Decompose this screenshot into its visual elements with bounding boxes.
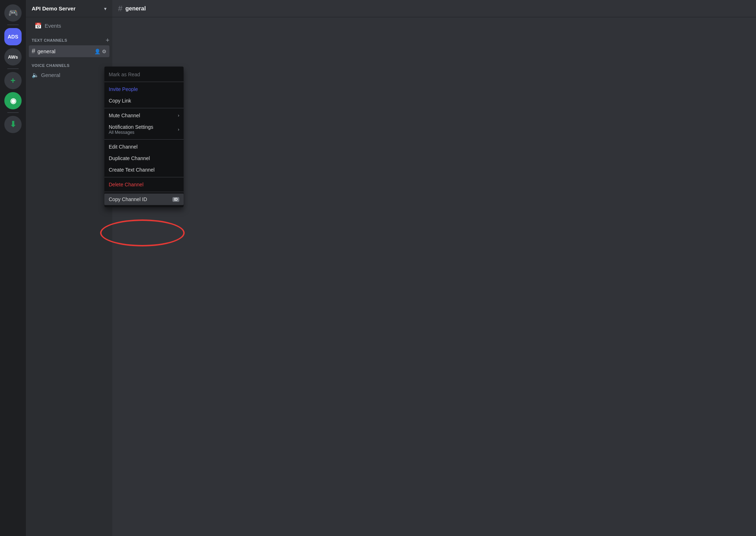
server-header-chevron-icon: ▾	[104, 6, 107, 12]
events-calendar-icon: 📅	[35, 22, 42, 29]
context-menu-divider-1	[104, 82, 184, 82]
server-icon-aws-label: AWs	[8, 54, 18, 60]
context-menu-item-edit-channel[interactable]: Edit Channel	[104, 141, 184, 153]
context-menu-divider-5	[104, 192, 184, 192]
invite-people-label: Invite People	[109, 86, 138, 92]
channel-sidebar: API Demo Server ▾ 📅 Events TEXT CHANNELS…	[26, 0, 112, 536]
context-menu-item-mute-channel[interactable]: Mute Channel ›	[104, 110, 184, 121]
sidebar-divider-3	[7, 112, 19, 113]
context-menu-item-mark-read[interactable]: Mark as Read	[104, 69, 184, 80]
voice-channel-name-general: General	[41, 72, 60, 78]
add-member-icon[interactable]: 👤	[94, 49, 100, 54]
notification-settings-chevron-icon: ›	[178, 127, 179, 132]
context-menu-item-create-text-channel[interactable]: Create Text Channel	[104, 164, 184, 176]
create-text-channel-label: Create Text Channel	[109, 167, 154, 173]
voice-channels-category[interactable]: VOICE CHANNELS	[26, 58, 112, 69]
voice-channels-label: VOICE CHANNELS	[32, 63, 69, 68]
context-menu: Mark as Read Invite People Copy Link Mut…	[104, 67, 184, 207]
copy-link-label: Copy Link	[109, 98, 131, 104]
channel-item-general[interactable]: # general 👤 ⚙	[29, 45, 109, 57]
add-icon: +	[10, 76, 15, 86]
context-menu-item-notification-settings[interactable]: Notification Settings All Messages ›	[104, 121, 184, 138]
context-menu-item-copy-link[interactable]: Copy Link	[104, 95, 184, 106]
server-icon-aws[interactable]: AWs	[4, 48, 22, 65]
context-menu-divider-4	[104, 177, 184, 177]
server-header[interactable]: API Demo Server ▾	[26, 0, 112, 17]
notification-settings-label: Notification Settings	[109, 124, 153, 130]
channel-settings-icon[interactable]: ⚙	[102, 49, 107, 54]
server-icon-ads-label: ADS	[8, 34, 18, 40]
mute-channel-chevron-icon: ›	[178, 113, 179, 118]
add-server-button[interactable]: +	[4, 72, 22, 89]
main-header: # general	[112, 0, 756, 17]
main-content: # general	[112, 0, 756, 536]
channel-list: 📅 Events TEXT CHANNELS + # general 👤 ⚙ V…	[26, 17, 112, 536]
sidebar-divider	[7, 24, 19, 25]
duplicate-channel-label: Duplicate Channel	[109, 155, 150, 161]
main-header-channel-name: general	[125, 5, 146, 12]
channel-name-general: general	[37, 48, 55, 54]
context-menu-item-copy-channel-id[interactable]: Copy Channel ID ID	[104, 194, 184, 205]
server-icon-ads[interactable]: ADS	[4, 28, 22, 45]
context-menu-item-delete-channel[interactable]: Delete Channel	[104, 179, 184, 190]
events-item[interactable]: 📅 Events	[29, 20, 109, 31]
add-text-channel-icon[interactable]: +	[105, 37, 109, 44]
discord-home-button[interactable]: 🎮	[4, 4, 22, 22]
mark-as-read-label: Mark as Read	[109, 72, 140, 77]
context-menu-divider-2	[104, 108, 184, 108]
notification-settings-sub: Notification Settings All Messages	[109, 124, 153, 135]
events-label: Events	[45, 23, 61, 29]
id-badge-icon: ID	[172, 197, 179, 202]
mute-channel-label: Mute Channel	[109, 113, 140, 118]
channel-item-general-voice[interactable]: 🔈 General	[29, 69, 109, 81]
download-apps-button[interactable]: ⬇	[4, 116, 22, 133]
server-sidebar: 🎮 ADS AWs + ◉ ⬇	[0, 0, 26, 536]
text-channels-label: TEXT CHANNELS	[32, 38, 67, 42]
compass-icon: ◉	[10, 96, 16, 105]
text-channel-hash-icon: #	[32, 47, 35, 55]
text-channels-category[interactable]: TEXT CHANNELS +	[26, 31, 112, 45]
main-header-hash-icon: #	[118, 4, 122, 13]
channel-actions: 👤 ⚙	[94, 49, 107, 54]
context-menu-item-duplicate-channel[interactable]: Duplicate Channel	[104, 153, 184, 164]
notification-settings-sublabel: All Messages	[109, 130, 153, 135]
edit-channel-label: Edit Channel	[109, 144, 138, 150]
delete-channel-label: Delete Channel	[109, 182, 144, 187]
context-menu-divider-3	[104, 139, 184, 140]
context-menu-item-invite-people[interactable]: Invite People	[104, 83, 184, 95]
sidebar-divider-2	[7, 68, 19, 69]
download-icon: ⬇	[10, 120, 16, 129]
copy-channel-id-label: Copy Channel ID	[109, 196, 147, 202]
discord-logo-icon: 🎮	[8, 8, 18, 18]
server-name: API Demo Server	[32, 5, 76, 12]
voice-channel-speaker-icon: 🔈	[32, 72, 39, 78]
explore-servers-button[interactable]: ◉	[4, 92, 22, 109]
